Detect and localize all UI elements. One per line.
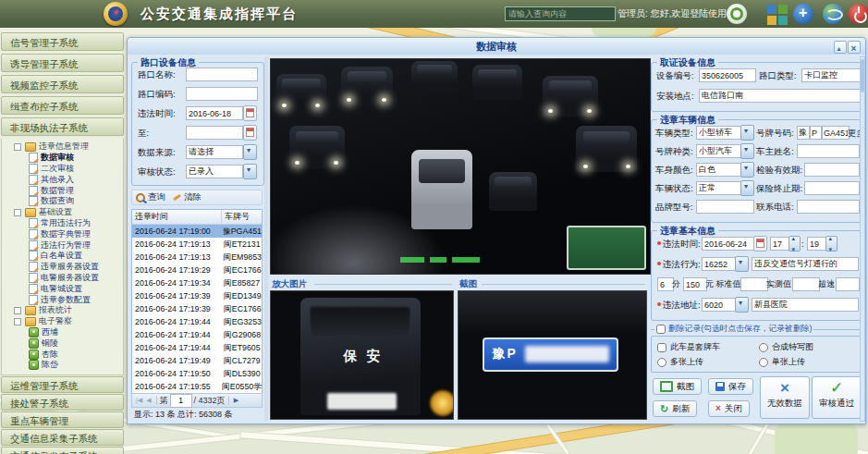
sidebar-section-header[interactable]: 交通信息采集子系统 [1, 429, 124, 446]
review-status-select[interactable] [186, 165, 243, 178]
table-row[interactable]: 2016-06-24 17:19:49 闽CL7279 [132, 354, 262, 367]
tree-item[interactable]: 违章参数配置 [2, 294, 123, 305]
violation-date-input[interactable] [702, 237, 755, 251]
collapse-icon[interactable] [834, 41, 847, 54]
clear-button[interactable]: 清除 [173, 191, 202, 203]
tree-item[interactable]: 陈岱 [2, 360, 123, 371]
tree-item[interactable]: 铜陵 [2, 337, 123, 349]
calendar-icon[interactable] [753, 236, 767, 252]
table-row[interactable]: 2016-06-24 17:19:44 闽EG3253 [132, 315, 262, 328]
next-page-icon[interactable]: ▶ [234, 397, 238, 404]
vertical-splitter[interactable] [264, 56, 268, 422]
power-icon[interactable] [849, 4, 868, 24]
time-to-input[interactable] [186, 126, 243, 140]
table-row[interactable]: 2016-06-24 17:19:39 闽ED1349 [132, 289, 262, 302]
capture-button[interactable]: 截图 [653, 378, 702, 395]
multi-upload-option[interactable]: 多张上传 [657, 356, 703, 368]
composite-radio[interactable] [759, 343, 768, 352]
first-page-icon[interactable]: |◀ [136, 397, 142, 404]
approve-button[interactable]: 审核通过 [812, 376, 862, 419]
tree-item[interactable]: 数据查询 [2, 196, 123, 207]
behavior-desc-input[interactable] [752, 257, 859, 271]
sidebar-section-header[interactable]: 运维管理子系统 [1, 376, 124, 393]
brand-input[interactable] [696, 200, 754, 214]
tree-item[interactable]: 数据审核 [2, 153, 123, 164]
overspeed-input[interactable] [836, 277, 860, 291]
crossing-name-input[interactable] [186, 67, 258, 81]
table-row[interactable]: 2016-06-24 17:19:13 闽EM9853 [132, 251, 262, 264]
chevron-down-icon[interactable] [740, 143, 754, 159]
sidebar-section-header[interactable]: 重点车辆管理 [1, 411, 124, 428]
owner-name-input[interactable] [797, 144, 860, 158]
tree-item[interactable]: 常用违法行为 [2, 218, 123, 229]
inspection-input[interactable] [804, 163, 860, 177]
sidebar-section-header[interactable]: 信号管理子系统 [1, 32, 124, 51]
tree-item[interactable]: 电警城设置 [2, 283, 123, 294]
enlarged-image[interactable]: 保安 [270, 290, 454, 420]
address-desc-input[interactable] [752, 298, 859, 312]
tree-item[interactable]: 违章服务器设置 [2, 262, 123, 273]
close-button[interactable]: 关闭 [708, 400, 750, 417]
calendar-icon[interactable] [243, 105, 257, 121]
minute-spinner[interactable] [825, 236, 837, 252]
snapshot-image[interactable]: 豫P [458, 290, 647, 420]
tree-item[interactable]: 数据字典管理 [2, 228, 123, 239]
tree-item[interactable]: 其他录入 [2, 174, 123, 185]
tree-item[interactable]: 基础设置 [2, 207, 123, 218]
standard-value-input[interactable] [740, 277, 768, 291]
chevron-down-icon[interactable] [243, 164, 257, 179]
body-color-select[interactable] [696, 163, 742, 177]
tree-item[interactable]: 报表统计 [2, 305, 123, 316]
chevron-down-icon[interactable] [735, 297, 749, 313]
apps-grid-icon[interactable] [767, 5, 788, 25]
crossing-code-input[interactable] [186, 87, 258, 101]
behavior-code-input[interactable] [702, 257, 737, 271]
install-location-input[interactable] [699, 89, 861, 103]
prev-page-icon[interactable]: ◀ [146, 397, 151, 404]
fake-plate-checkbox[interactable] [657, 343, 666, 352]
single-upload-radio[interactable] [759, 358, 768, 367]
vehicle-type-select[interactable] [696, 126, 742, 140]
header-search-input[interactable] [505, 6, 616, 21]
tree-item[interactable]: 电子警察 [2, 316, 123, 327]
phone-input[interactable] [797, 200, 860, 214]
col-plate[interactable]: 车牌号 [222, 210, 262, 224]
fake-plate-option[interactable]: 此车是套牌车 [657, 341, 720, 353]
single-upload-option[interactable]: 单张上传 [759, 356, 805, 368]
col-violation-time[interactable]: 违章时间 [132, 210, 222, 224]
table-row[interactable]: 2016-06-24 17:19:44 闽ET9605 [132, 341, 262, 354]
chevron-down-icon[interactable] [740, 162, 754, 178]
hour-spinner[interactable] [789, 236, 801, 252]
table-row[interactable]: 2016-06-24 17:19:50 闽DL5390 [132, 367, 262, 380]
sidebar-section-header[interactable]: 交通信息发布子系统 [1, 447, 124, 454]
tree-item[interactable]: 违法行为管理 [2, 239, 123, 251]
table-row[interactable]: 2016-06-24 17:19:29 闽EC1766 [132, 264, 262, 276]
chevron-down-icon[interactable] [243, 144, 257, 160]
data-source-select[interactable] [186, 145, 243, 159]
measured-value-input[interactable] [792, 277, 820, 291]
sidebar-section-header[interactable]: 接处警子系统 [1, 394, 124, 411]
delete-record-checkbox[interactable] [656, 325, 666, 334]
tree-item[interactable]: 违章信息管理 [2, 141, 123, 153]
insurance-input[interactable] [804, 181, 860, 195]
plate-kind-select[interactable] [696, 144, 742, 158]
window-close-icon[interactable] [848, 41, 861, 54]
chevron-down-icon[interactable] [740, 125, 754, 141]
tree-item[interactable]: 二次审核 [2, 164, 123, 175]
save-button[interactable]: 保存 [708, 378, 753, 395]
table-row[interactable]: 2016-06-24 17:19:55 闽E0550学 [132, 380, 262, 393]
invalid-data-button[interactable]: 无效数据 [760, 376, 810, 419]
plate-province-input[interactable] [797, 126, 810, 140]
chevron-down-icon[interactable] [735, 256, 749, 272]
tree-item[interactable]: 西埔 [2, 327, 123, 338]
table-row[interactable]: 2016-06-24 17:19:34 闽E85827 [132, 276, 262, 289]
sidebar-section-header[interactable]: 视频监控子系统 [1, 75, 124, 93]
query-button[interactable]: 查询 [136, 191, 165, 203]
minute-input[interactable] [807, 237, 827, 251]
composite-option[interactable]: 合成特写图 [759, 341, 813, 353]
fine-input[interactable] [683, 277, 707, 291]
hour-input[interactable] [770, 237, 790, 251]
eco-icon[interactable] [727, 4, 747, 24]
chevron-down-icon[interactable] [740, 180, 754, 196]
tree-item[interactable]: 白名单设置 [2, 251, 123, 262]
